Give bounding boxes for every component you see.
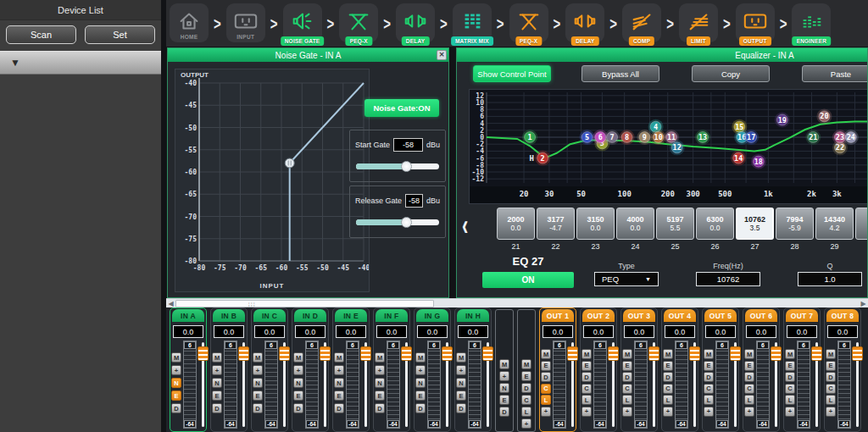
- channel-button-e[interactable]: E: [334, 390, 344, 401]
- eq-toolbar-bypass-all[interactable]: Bypass All: [581, 65, 659, 82]
- band-scroll-left-icon[interactable]: ‹: [462, 208, 468, 243]
- channel-button-e[interactable]: E: [785, 361, 795, 371]
- toolbar-item-delay-out[interactable]: DELAY: [565, 3, 604, 42]
- band-cell-24[interactable]: 40000.0: [616, 208, 654, 240]
- band-cell-23[interactable]: 31500.0: [576, 208, 615, 240]
- channel-button-l[interactable]: L: [826, 395, 836, 405]
- fader-handle[interactable]: [730, 346, 741, 361]
- channel-button-+[interactable]: +: [541, 407, 551, 417]
- master-button-m[interactable]: M: [499, 359, 509, 369]
- band-cell-29[interactable]: 143404.2: [815, 208, 854, 240]
- channel-button-+[interactable]: +: [581, 407, 592, 417]
- band-cell-26[interactable]: 63000.0: [696, 208, 734, 240]
- eq-response-plot[interactable]: 121086420-2-4-6-8-10-1220305010020030050…: [470, 90, 868, 203]
- master-button-c[interactable]: C: [521, 395, 531, 405]
- channel-button-e[interactable]: E: [663, 361, 673, 371]
- eq-point-5[interactable]: 5: [580, 130, 595, 145]
- channel-gain-value[interactable]: 0.0: [458, 325, 488, 338]
- start-gate-slider[interactable]: [356, 163, 439, 169]
- channel-gain-value[interactable]: 0.0: [746, 325, 776, 338]
- eq-point-1[interactable]: 1: [522, 130, 537, 145]
- channel-button-d[interactable]: D: [171, 403, 181, 413]
- band-cell-27[interactable]: 107623.5: [736, 208, 774, 240]
- eq-toolbar-copy[interactable]: Copy: [692, 65, 770, 82]
- release-gate-slider-thumb[interactable]: [401, 217, 412, 228]
- channel-button-c[interactable]: C: [704, 384, 714, 394]
- channel-button-e[interactable]: E: [744, 361, 754, 371]
- toolbar-item-output[interactable]: OUTPUT: [736, 3, 775, 42]
- band-cell-21[interactable]: 20000.0: [497, 208, 535, 240]
- channel-button-l[interactable]: L: [541, 395, 551, 405]
- band-cell-25[interactable]: 51975.5: [656, 208, 694, 240]
- channel-button-n[interactable]: N: [334, 378, 344, 388]
- channel-button-d[interactable]: D: [826, 372, 836, 382]
- channel-button-c[interactable]: C: [541, 384, 551, 394]
- channel-button-e[interactable]: E: [541, 361, 551, 371]
- channel-button-l[interactable]: L: [581, 395, 592, 405]
- channel-button-+[interactable]: +: [212, 365, 222, 375]
- channel-button-+[interactable]: +: [622, 407, 632, 417]
- channel-button-d[interactable]: D: [415, 403, 426, 413]
- toolbar-item-input[interactable]: INPUT: [226, 3, 265, 42]
- channel-button-m[interactable]: M: [171, 352, 181, 363]
- channel-button-e[interactable]: E: [826, 361, 836, 371]
- eq-on-button[interactable]: ON: [482, 272, 574, 288]
- band-cell-22[interactable]: 3177-4.7: [537, 208, 575, 240]
- channel-button-m[interactable]: M: [622, 349, 632, 359]
- master-button-m[interactable]: M: [521, 359, 531, 369]
- channel-button-d[interactable]: D: [704, 372, 714, 382]
- fader-handle[interactable]: [401, 346, 412, 361]
- fader-handle[interactable]: [482, 346, 493, 361]
- type-dropdown[interactable]: PEQ ▼: [594, 272, 659, 286]
- channel-button-m[interactable]: M: [212, 352, 222, 363]
- channel-button-m[interactable]: M: [541, 349, 551, 359]
- toolbar-item-limit[interactable]: LIMIT: [679, 3, 718, 42]
- channel-button-m[interactable]: M: [334, 352, 344, 363]
- eq-toolbar-show-control-point[interactable]: Show Control Point: [473, 65, 551, 82]
- channel-button-+[interactable]: +: [334, 365, 344, 375]
- channel-gain-value[interactable]: 0.0: [254, 325, 285, 338]
- release-gate-slider[interactable]: [356, 219, 439, 225]
- fader-handle[interactable]: [198, 346, 209, 361]
- channel-gain-value[interactable]: 0.0: [417, 325, 448, 338]
- channel-button-d[interactable]: D: [581, 372, 592, 382]
- fader-handle[interactable]: [320, 346, 331, 361]
- q-input[interactable]: 1.0: [798, 272, 862, 286]
- fader-handle[interactable]: [567, 346, 578, 361]
- channel-button-m[interactable]: M: [785, 349, 795, 359]
- master-button-+[interactable]: +: [521, 418, 531, 429]
- channel-button-e[interactable]: E: [704, 361, 714, 371]
- eq-point-24[interactable]: 24: [843, 130, 859, 145]
- scrollbar-thumb[interactable]: ⁞⁞⁞: [175, 300, 434, 307]
- toolbar-item-peq-x-out[interactable]: PEQ-X: [509, 3, 548, 42]
- channel-gain-value[interactable]: 0.0: [295, 325, 326, 338]
- toolbar-item-engineer[interactable]: ENGINEER: [792, 3, 831, 42]
- eq-point-19[interactable]: 19: [775, 113, 790, 128]
- channel-button-e[interactable]: E: [293, 390, 303, 401]
- channel-button-m[interactable]: M: [293, 352, 303, 363]
- gate-threshold-point[interactable]: [285, 158, 294, 168]
- fader-handle[interactable]: [811, 346, 822, 361]
- channel-button-l[interactable]: L: [785, 395, 795, 405]
- fader-handle[interactable]: [648, 346, 659, 361]
- fader-handle[interactable]: [360, 346, 371, 361]
- channel-button-d[interactable]: D: [375, 403, 385, 413]
- channel-button-+[interactable]: +: [785, 407, 795, 417]
- channel-button-m[interactable]: M: [456, 352, 466, 363]
- channel-button-c[interactable]: C: [663, 384, 673, 394]
- toolbar-item-noise-gate[interactable]: NOISE GATE: [283, 3, 322, 42]
- channel-gain-value[interactable]: 0.0: [173, 325, 203, 338]
- gate-curve-plot[interactable]: -40-45-50-55-60-65-70-75-80-80-75-70-65-…: [175, 69, 369, 291]
- channel-button-+[interactable]: +: [415, 365, 426, 375]
- channel-button-d[interactable]: D: [456, 403, 466, 413]
- channel-button-d[interactable]: D: [785, 372, 795, 382]
- channel-button-d[interactable]: D: [293, 403, 303, 413]
- close-icon[interactable]: ✕: [437, 50, 447, 60]
- fader-handle[interactable]: [279, 346, 290, 361]
- channel-gain-value[interactable]: 0.0: [787, 325, 817, 338]
- channel-button-e[interactable]: E: [415, 390, 426, 401]
- channel-gain-value[interactable]: 0.0: [214, 325, 244, 338]
- channel-gain-value[interactable]: 0.0: [827, 325, 858, 338]
- channel-button-n[interactable]: N: [293, 378, 303, 388]
- channel-button-d[interactable]: D: [253, 403, 263, 413]
